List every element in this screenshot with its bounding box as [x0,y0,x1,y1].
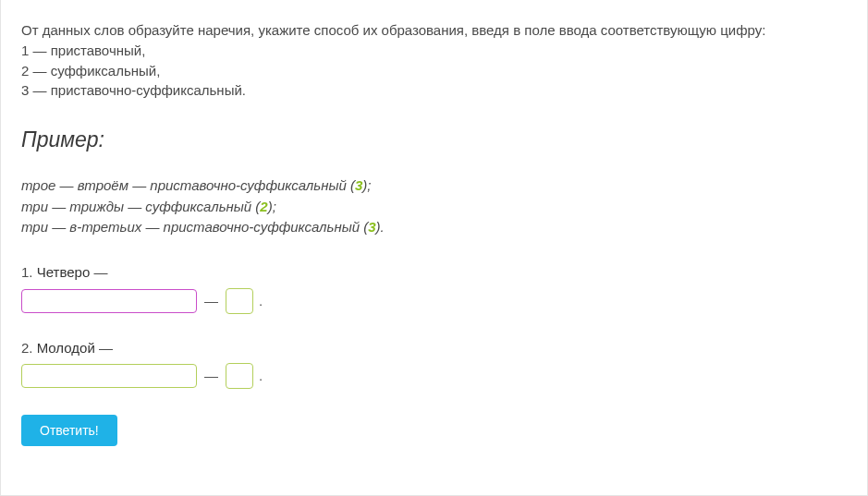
instruction-main: От данных слов образуйте наречия, укажит… [21,20,847,41]
question-number: 1. [21,264,37,280]
answer-digit-input-2[interactable] [226,363,253,389]
example-heading: Пример: [21,125,847,155]
question-2: 2. Молодой — — . [21,338,847,390]
example-text-tail: ); [268,199,276,214]
answer-word-input-2[interactable] [21,364,197,388]
period: . [259,366,263,386]
question-number: 2. [21,340,37,356]
instruction-opt1: 1 — приставочный, [21,41,847,61]
example-text-tail: ); [362,177,371,193]
example-digit: 2 [260,199,267,214]
question-2-inputs: — . [21,363,847,389]
example-digit: 3 [368,219,375,235]
question-tail: — [95,340,113,356]
submit-button[interactable]: Ответить! [21,415,117,446]
answer-word-input-1[interactable] [21,289,197,313]
question-word: Четверо [37,264,91,280]
question-tail: — [90,264,107,280]
exercise-container: От данных слов образуйте наречия, укажит… [0,0,868,496]
example-line-2: три — трижды — суффиксальный (2); [21,197,847,218]
instruction-opt3: 3 — приставочно-суффиксальный. [21,80,847,101]
example-line-3: три — в-третьих — приставочно-суффиксаль… [21,217,847,238]
question-1-label: 1. Четверо — [21,262,847,283]
example-text: три — в-третьих — приставочно-суффиксаль… [21,219,368,235]
dash-separator: — [204,291,218,311]
example-text-tail: ). [376,219,385,235]
example-block: трое — втроём — приставочно-суффиксальны… [21,175,847,238]
instructions: От данных слов образуйте наречия, укажит… [21,20,847,101]
answer-digit-input-1[interactable] [226,288,253,314]
question-2-label: 2. Молодой — [21,338,847,358]
example-text: три — трижды — суффиксальный ( [21,199,260,214]
example-line-1: трое — втроём — приставочно-суффиксальны… [21,175,847,197]
question-word: Молодой [37,340,95,356]
question-1-inputs: — . [21,288,847,314]
question-1: 1. Четверо — — . [21,262,847,314]
example-text: трое — втроём — приставочно-суффиксальны… [21,177,355,193]
dash-separator: — [204,366,218,386]
period: . [259,291,263,311]
instruction-opt2: 2 — суффиксальный, [21,61,847,81]
